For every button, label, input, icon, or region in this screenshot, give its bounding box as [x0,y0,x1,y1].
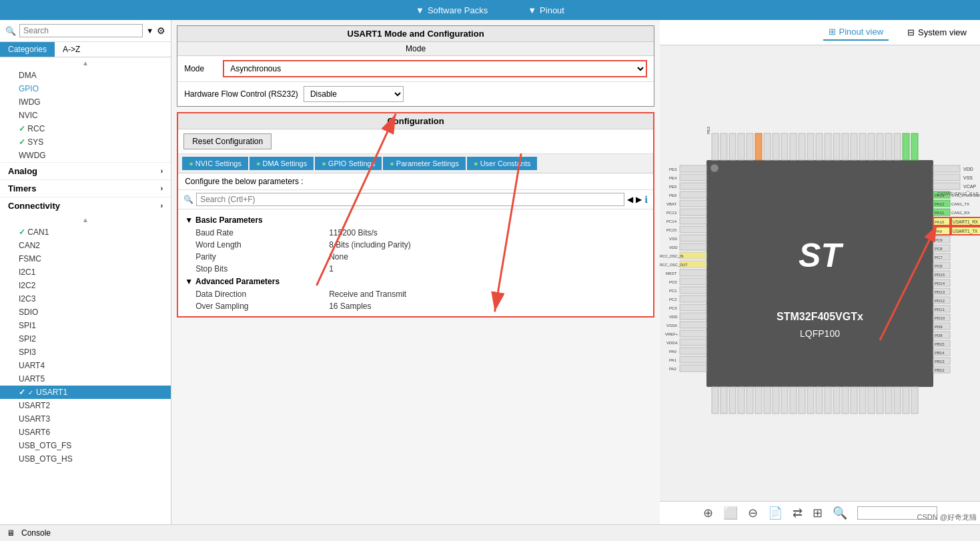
config-btn-row: Reset Configuration [178,129,653,154]
svg-rect-76 [680,235,706,241]
sidebar-search-input[interactable] [19,24,143,37]
sidebar-item-rcc[interactable]: RCC [0,122,171,135]
expand-icon[interactable]: ▼ [185,277,193,286]
svg-rect-80 [680,252,706,259]
svg-text:USART1_TX: USART1_TX [953,229,978,234]
sidebar-item-can2[interactable]: CAN2 [0,239,171,252]
sidebar-item-sys[interactable]: SYS [0,135,171,149]
tab-categories[interactable]: Categories [0,42,55,57]
tab-system-view[interactable]: ⊟ System view [902,25,972,40]
mode-select[interactable]: Asynchronous [223,60,647,77]
left-arrow-icon[interactable]: ◀ [627,195,633,204]
sidebar-item-usart6[interactable]: USART6 [0,426,171,439]
sidebar-item-sdio[interactable]: SDIO [0,306,171,319]
sidebar-item-uart5[interactable]: UART5 [0,372,171,386]
zoom-in-button[interactable]: ⊕ [703,506,713,520]
params-search-input[interactable] [196,193,624,206]
sidebar-item-usart2[interactable]: USART2 [0,399,171,412]
pinout-menu[interactable]: ▼ Pinout [528,5,564,15]
right-arrow-icon[interactable]: ▶ [636,195,642,204]
sidebar-item-can1[interactable]: CAN1 [0,225,171,239]
params-content: ▼ Basic Parameters Baud Rate 115200 Bits… [178,209,653,316]
tab-pinout-view[interactable]: ⊞ Pinout view [823,24,889,41]
tab-gpio-settings[interactable]: ● GPIO Settings [315,157,382,170]
svg-rect-113 [747,133,753,160]
tab-dma-settings[interactable]: ● DMA Settings [250,157,314,170]
config-section: Configuration Reset Configuration ● NVIC… [177,112,654,318]
arrow-right-icon: › [161,167,163,175]
tab-nvic-settings[interactable]: ● NVIC Settings [182,157,248,170]
svg-text:PA10: PA10 [935,220,945,224]
scroll-up[interactable]: ▲ [0,214,171,225]
hw-label: Hardware Flow Control (RS232) [184,89,298,99]
hw-select[interactable]: Disable [304,86,404,102]
params-row-data-dir: Data Direction Receive and Transmit [185,288,646,300]
arrow-right-icon: › [161,185,163,192]
svg-text:PC7: PC7 [935,255,943,259]
gear-icon[interactable]: ⚙ [157,25,165,36]
sidebar-item-wwdg[interactable]: WWDG [0,149,171,162]
pinout-view-icon: ⊞ [829,27,836,37]
tab-az[interactable]: A->Z [55,42,88,57]
sidebar-item-usb-otg-fs[interactable]: USB_OTG_FS [0,439,171,452]
advanced-params-title: ▼ Advanced Parameters [185,275,646,288]
svg-rect-123 [833,133,840,160]
sidebar-item-usb-otg-hs[interactable]: USB_OTG_HS [0,452,171,466]
svg-text:PD13: PD13 [935,290,945,294]
svg-rect-134 [720,387,727,414]
software-packs-menu[interactable]: ▼ Software Packs [416,5,488,15]
connectivity-label: Connectivity [8,201,60,211]
search-button[interactable]: 🔍 [833,506,847,520]
sidebar: 🔍 ▼ ⚙ Categories A->Z ▲ DMA GPIO IWDG NV… [0,20,171,524]
svg-rect-104 [680,356,706,363]
svg-rect-116 [773,133,779,160]
tab-parameter-settings[interactable]: ● Parameter Settings [383,157,466,170]
sidebar-item-i2c3[interactable]: I2C3 [0,292,171,306]
svg-rect-84 [680,269,706,276]
sidebar-item-iwdg[interactable]: IWDG [0,95,171,109]
sidebar-item-usart1[interactable]: ✓ USART1 [0,386,171,399]
export-button[interactable]: 📄 [768,506,783,520]
sidebar-item-i2c1[interactable]: I2C1 [0,265,171,279]
svg-text:PA12: PA12 [935,202,945,206]
svg-rect-145 [816,387,823,414]
svg-rect-131 [903,133,909,160]
center-panel: USART1 Mode and Configuration Mode Mode … [171,20,660,524]
mode-panel: USART1 Mode and Configuration Mode Mode … [177,25,654,107]
sidebar-item-spi2[interactable]: SPI2 [0,332,171,346]
reset-config-button[interactable]: Reset Configuration [183,133,272,149]
flip-button[interactable]: ⇄ [793,506,803,520]
expand-icon[interactable]: ▼ [185,215,193,225]
tab-user-constants[interactable]: ● User Constants [467,157,537,170]
svg-text:USART1_RX: USART1_RX [953,219,979,225]
section-connectivity[interactable]: Connectivity › [0,197,171,214]
svg-rect-133 [712,387,718,414]
sidebar-tabs: Categories A->Z [0,42,171,57]
section-timers[interactable]: Timers › [0,179,171,197]
main-layout: 🔍 ▼ ⚙ Categories A->Z ▲ DMA GPIO IWDG NV… [0,20,980,524]
svg-rect-146 [825,387,831,414]
sidebar-item-spi3[interactable]: SPI3 [0,346,171,359]
sidebar-item-i2c2[interactable]: I2C2 [0,279,171,292]
svg-text:VDD: VDD [669,245,678,249]
svg-rect-117 [781,133,788,160]
grid-button[interactable]: ⊞ [813,506,823,520]
sidebar-item-nvic[interactable]: NVIC [0,109,171,122]
svg-rect-9 [933,183,960,189]
sidebar-item-gpio[interactable]: GPIO [0,82,171,95]
console-icon: 🖥 [7,528,15,538]
sidebar-item-usart3[interactable]: USART3 [0,412,171,426]
sidebar-item-fsmc[interactable]: FSMC [0,252,171,265]
sidebar-search-row: 🔍 ▼ ⚙ [0,20,171,42]
svg-text:PE2: PE2 [706,125,710,133]
zoom-out-button[interactable]: ⊖ [748,506,758,520]
mode-section-title: Mode [177,42,654,56]
frame-button[interactable]: ⬜ [723,506,738,520]
svg-rect-155 [903,387,909,414]
section-analog[interactable]: Analog › [0,162,171,179]
analog-label: Analog [8,166,37,176]
software-packs-label: Software Packs [428,5,488,15]
sidebar-item-dma[interactable]: DMA [0,69,171,82]
sidebar-item-spi1[interactable]: SPI1 [0,319,171,332]
sidebar-item-uart4[interactable]: UART4 [0,359,171,372]
